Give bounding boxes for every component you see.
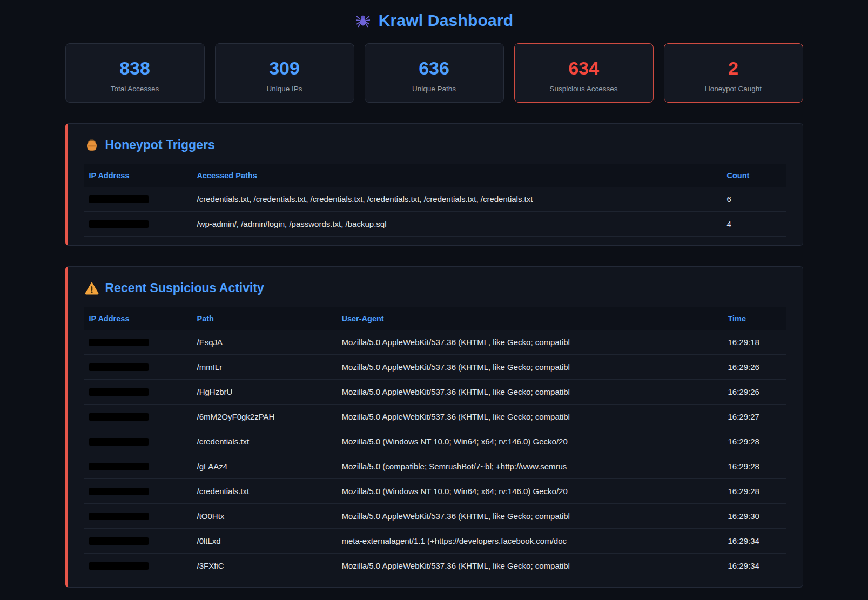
stat-label: Honeypot Caught bbox=[670, 85, 797, 93]
spider-icon bbox=[355, 12, 371, 29]
column-header-count: Count bbox=[722, 164, 786, 187]
suspicious-table: IP Address Path User-Agent Time /EsqJA M… bbox=[84, 307, 786, 578]
honeypot-triggers-panel: Honeypot Triggers IP Address Accessed Pa… bbox=[65, 123, 803, 246]
stat-card-unique-paths: 636 Unique Paths bbox=[365, 43, 504, 103]
cell-time: 16:29:26 bbox=[723, 380, 786, 405]
column-header-user-agent: User-Agent bbox=[337, 307, 723, 330]
honeypot-table: IP Address Accessed Paths Count /credent… bbox=[84, 164, 786, 237]
suspicious-panel-title-text: Recent Suspicious Activity bbox=[105, 281, 264, 295]
stat-cards: 838 Total Accesses 309 Unique IPs 636 Un… bbox=[65, 43, 803, 103]
stat-label: Suspicious Accesses bbox=[520, 85, 648, 93]
table-row: /gLAAz4 Mozilla/5.0 (compatible; Semrush… bbox=[84, 454, 786, 479]
cell-ip bbox=[84, 454, 192, 479]
cell-path: /0ltLxd bbox=[192, 529, 337, 554]
table-row: /credentials.txt, /credentials.txt, /cre… bbox=[84, 187, 786, 212]
cell-time: 16:29:18 bbox=[723, 330, 786, 355]
table-row: /0ltLxd meta-externalagent/1.1 (+https:/… bbox=[84, 529, 786, 554]
table-row: /credentials.txt Mozilla/5.0 (Windows NT… bbox=[84, 479, 786, 504]
stat-value: 636 bbox=[371, 58, 498, 78]
table-row: /6mM2OyF0gk2zPAH Mozilla/5.0 AppleWebKit… bbox=[84, 405, 786, 429]
stat-label: Total Accesses bbox=[71, 85, 199, 93]
cell-user-agent: Mozilla/5.0 AppleWebKit/537.36 (KHTML, l… bbox=[337, 330, 723, 355]
cell-path: /tO0Htx bbox=[192, 504, 337, 529]
suspicious-table-header-row: IP Address Path User-Agent Time bbox=[84, 307, 786, 330]
cell-time: 16:29:28 bbox=[723, 479, 786, 504]
redacted-ip-bar bbox=[89, 339, 149, 346]
cell-count: 6 bbox=[722, 187, 786, 212]
cell-ip bbox=[84, 187, 192, 212]
cell-user-agent: Mozilla/5.0 AppleWebKit/537.36 (KHTML, l… bbox=[337, 380, 723, 405]
stat-value: 2 bbox=[670, 58, 797, 78]
cell-ip bbox=[84, 479, 192, 504]
redacted-ip-bar bbox=[89, 537, 149, 545]
cell-ip bbox=[84, 212, 192, 237]
redacted-ip-bar bbox=[89, 438, 149, 446]
header: Krawl Dashboard bbox=[65, 0, 803, 32]
page-title: Krawl Dashboard bbox=[379, 11, 514, 30]
cell-user-agent: Mozilla/5.0 (compatible; SemrushBot/7~bl… bbox=[337, 454, 723, 479]
stat-card-total-accesses: 838 Total Accesses bbox=[65, 43, 205, 103]
warning-icon bbox=[85, 281, 99, 295]
cell-user-agent: Mozilla/5.0 AppleWebKit/537.36 (KHTML, l… bbox=[337, 355, 723, 380]
redacted-ip-bar bbox=[89, 195, 149, 203]
cell-ip bbox=[84, 429, 192, 454]
cell-ip bbox=[84, 405, 192, 429]
main-container: Krawl Dashboard 838 Total Accesses 309 U… bbox=[65, 0, 803, 588]
cell-user-agent: Mozilla/5.0 AppleWebKit/537.36 (KHTML, l… bbox=[337, 504, 723, 529]
stat-card-unique-ips: 309 Unique IPs bbox=[215, 43, 354, 103]
redacted-ip-bar bbox=[89, 413, 149, 421]
table-row: /mmILr Mozilla/5.0 AppleWebKit/537.36 (K… bbox=[84, 355, 786, 380]
cell-user-agent: Mozilla/5.0 AppleWebKit/537.36 (KHTML, l… bbox=[337, 554, 723, 578]
table-row: /HgHzbrU Mozilla/5.0 AppleWebKit/537.36 … bbox=[84, 380, 786, 405]
cell-time: 16:29:28 bbox=[723, 429, 786, 454]
cell-time: 16:29:26 bbox=[723, 355, 786, 380]
stat-label: Unique Paths bbox=[371, 85, 498, 93]
cell-path: /HgHzbrU bbox=[192, 380, 337, 405]
suspicious-activity-panel: Recent Suspicious Activity IP Address Pa… bbox=[65, 266, 803, 588]
column-header-ip: IP Address bbox=[84, 164, 192, 187]
column-header-path: Path bbox=[192, 307, 337, 330]
table-row: /wp-admin/, /admin/login, /passwords.txt… bbox=[84, 212, 786, 237]
cell-user-agent: Mozilla/5.0 (Windows NT 10.0; Win64; x64… bbox=[337, 429, 723, 454]
krawl-dashboard-page: Krawl Dashboard 838 Total Accesses 309 U… bbox=[0, 0, 868, 600]
cell-time: 16:29:30 bbox=[723, 504, 786, 529]
cell-user-agent: Mozilla/5.0 (Windows NT 10.0; Win64; x64… bbox=[337, 479, 723, 504]
stat-card-honeypot-caught: 2 Honeypot Caught bbox=[664, 43, 803, 103]
redacted-ip-bar bbox=[89, 562, 149, 570]
column-header-ip: IP Address bbox=[84, 307, 192, 330]
cell-time: 16:29:34 bbox=[723, 554, 786, 578]
cell-ip bbox=[84, 330, 192, 355]
redacted-ip-bar bbox=[89, 363, 149, 371]
cell-user-agent: Mozilla/5.0 AppleWebKit/537.36 (KHTML, l… bbox=[337, 405, 723, 429]
cell-count: 4 bbox=[722, 212, 786, 237]
redacted-ip-bar bbox=[89, 463, 149, 470]
stat-value: 309 bbox=[221, 58, 348, 78]
cell-path: /mmILr bbox=[192, 355, 337, 380]
cell-ip bbox=[84, 554, 192, 578]
cell-ip bbox=[84, 355, 192, 380]
cell-path: /credentials.txt bbox=[192, 429, 337, 454]
redacted-ip-bar bbox=[89, 513, 149, 520]
table-row: /credentials.txt Mozilla/5.0 (Windows NT… bbox=[84, 429, 786, 454]
cell-path: /credentials.txt bbox=[192, 479, 337, 504]
honey-pot-icon bbox=[85, 138, 99, 152]
cell-time: 16:29:27 bbox=[723, 405, 786, 429]
cell-time: 16:29:34 bbox=[723, 529, 786, 554]
column-header-time: Time bbox=[723, 307, 786, 330]
cell-ip bbox=[84, 504, 192, 529]
redacted-ip-bar bbox=[89, 488, 149, 495]
stat-value: 634 bbox=[520, 58, 648, 78]
column-header-paths: Accessed Paths bbox=[192, 164, 722, 187]
stat-card-suspicious-accesses: 634 Suspicious Accesses bbox=[514, 43, 654, 103]
table-row: /EsqJA Mozilla/5.0 AppleWebKit/537.36 (K… bbox=[84, 330, 786, 355]
redacted-ip-bar bbox=[89, 220, 149, 228]
redacted-ip-bar bbox=[89, 388, 149, 396]
cell-user-agent: meta-externalagent/1.1 (+https://develop… bbox=[337, 529, 723, 554]
suspicious-panel-title: Recent Suspicious Activity bbox=[85, 281, 786, 295]
stat-label: Unique IPs bbox=[221, 85, 348, 93]
cell-paths: /wp-admin/, /admin/login, /passwords.txt… bbox=[192, 212, 722, 237]
stat-value: 838 bbox=[71, 58, 199, 78]
cell-path: /3FXfiC bbox=[192, 554, 337, 578]
table-row: /tO0Htx Mozilla/5.0 AppleWebKit/537.36 (… bbox=[84, 504, 786, 529]
table-row: /3FXfiC Mozilla/5.0 AppleWebKit/537.36 (… bbox=[84, 554, 786, 578]
